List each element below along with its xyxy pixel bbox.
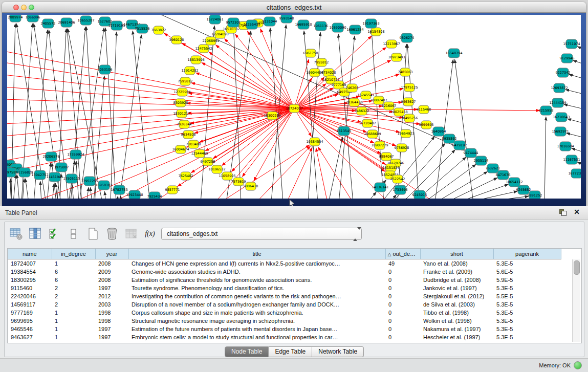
network-node[interactable]: 9593548 <box>279 15 294 23</box>
table-row[interactable]: 1938455462009Genome-wide association stu… <box>8 268 561 276</box>
close-panel-icon[interactable]: ✕ <box>574 208 580 216</box>
network-node[interactable]: 9572301 <box>226 18 241 27</box>
network-node[interactable]: 18301217 <box>173 110 190 118</box>
network-node[interactable]: 7925434 <box>147 192 162 199</box>
citation-edge-red[interactable] <box>235 34 294 108</box>
citation-edge-red[interactable] <box>7 108 294 136</box>
citation-edge-black[interactable] <box>577 47 581 51</box>
network-node[interactable]: 1733496 <box>393 185 408 194</box>
citation-edge-black[interactable] <box>457 184 509 199</box>
citation-edge-red[interactable] <box>7 99 294 108</box>
network-node[interactable]: 9756928 <box>395 144 409 152</box>
window-titlebar[interactable]: citations_edges.txt <box>2 2 586 13</box>
network-node[interactable]: 16548794 <box>445 49 462 58</box>
network-node[interactable]: 9245015 <box>412 190 427 199</box>
network-node[interactable]: 15751074 <box>563 39 580 49</box>
network-node[interactable]: 2053106 <box>98 65 113 74</box>
network-node[interactable]: 7595812 <box>178 77 193 85</box>
citation-edge-red[interactable] <box>7 108 294 112</box>
scrollbar-thumb[interactable] <box>574 260 580 275</box>
network-node[interactable]: 16961254 <box>346 25 363 34</box>
citation-edge-black[interactable] <box>26 179 29 199</box>
column-header-name[interactable]: name <box>8 249 52 259</box>
network-node[interactable]: 2935114 <box>474 156 489 165</box>
citation-edge-red[interactable] <box>256 146 311 199</box>
citation-edge-black[interactable] <box>329 137 342 199</box>
network-node[interactable]: 19654923 <box>397 129 414 138</box>
network-node[interactable]: 9806274 <box>400 33 415 42</box>
network-node[interactable]: 9129946 <box>560 54 575 63</box>
citation-edge-black[interactable] <box>390 194 397 199</box>
network-node[interactable]: 6479197 <box>452 141 467 150</box>
table-row[interactable]: 911546021997Tourette syndrome. Phenomeno… <box>8 284 561 292</box>
network-node[interactable]: 17016504 <box>557 142 574 151</box>
network-node[interactable]: 10196532 <box>208 165 225 173</box>
citation-edge-red[interactable] <box>318 147 353 199</box>
network-node[interactable]: 2405572 <box>41 19 56 28</box>
new-column-button[interactable] <box>86 227 100 240</box>
citation-edge-black[interactable] <box>339 36 355 199</box>
network-node[interactable]: 19197363 <box>362 19 379 28</box>
network-node[interactable]: 8471676 <box>496 170 511 180</box>
table-row[interactable]: 1830029562008Estimation of significance … <box>8 276 561 284</box>
network-node[interactable]: 7955812 <box>314 58 329 67</box>
table-row[interactable]: 977716911998Corpus callosum shape and si… <box>8 309 561 317</box>
network-node[interactable]: 9474444 <box>464 148 478 158</box>
network-node[interactable]: 16772357 <box>568 169 581 178</box>
network-node[interactable]: 16004674 <box>172 145 189 154</box>
network-node[interactable]: 1066096 <box>26 15 40 22</box>
citation-edge-black[interactable] <box>569 74 581 80</box>
network-node[interactable]: 12213967 <box>383 40 400 48</box>
show-columns-button[interactable] <box>29 227 42 240</box>
column-header-pagerank[interactable]: pagerank <box>493 249 561 259</box>
table-row[interactable]: 969969511998Structural magnetic resonanc… <box>8 317 561 325</box>
table-row[interactable]: 946554611997Estimation of the future num… <box>8 325 561 333</box>
network-node[interactable]: 17975125 <box>401 83 418 92</box>
citation-edge-black[interactable] <box>13 174 16 199</box>
tab-network-table[interactable]: Network Table <box>312 346 364 357</box>
network-node[interactable]: 16154808 <box>367 28 384 36</box>
network-node[interactable]: 15692971 <box>552 127 569 136</box>
citation-edge-black[interactable] <box>72 185 74 199</box>
citation-edge-black[interactable] <box>424 164 476 199</box>
citation-edge-black[interactable] <box>111 32 117 199</box>
network-node[interactable]: 12914282 <box>181 67 198 75</box>
network-node[interactable]: 8131044 <box>263 17 277 26</box>
column-header-out_degree[interactable]: △out_de… <box>385 249 420 259</box>
citation-edge-black[interactable] <box>10 179 11 199</box>
network-node[interactable]: 2889974 <box>8 15 23 22</box>
table-row[interactable]: 1456911722003Disruption of a novel membe… <box>8 300 561 309</box>
network-node[interactable]: 9891252 <box>528 191 542 199</box>
citation-edge-black[interactable] <box>117 196 118 199</box>
table-selector-dropdown[interactable]: citations_edges.txt <box>161 228 362 240</box>
citation-edge-black[interactable] <box>545 117 546 199</box>
citation-edge-black[interactable] <box>367 192 376 199</box>
delete-column-button[interactable] <box>105 227 119 240</box>
citation-edge-black[interactable] <box>67 29 82 199</box>
column-header-year[interactable]: year <box>95 249 128 259</box>
column-header-title[interactable]: title <box>128 249 385 259</box>
network-node[interactable]: 3960128 <box>169 36 184 44</box>
float-panel-icon[interactable] <box>559 209 567 216</box>
citation-edge-black[interactable] <box>565 90 581 95</box>
citation-edge-red[interactable] <box>316 148 328 199</box>
tab-node-table[interactable]: Node Table <box>225 346 269 357</box>
network-node[interactable]: 12093872 <box>551 83 568 93</box>
citation-edge-black[interactable] <box>104 191 106 199</box>
citation-edge-red[interactable] <box>7 108 294 173</box>
citation-edge-black[interactable] <box>571 148 581 154</box>
network-node[interactable]: 9857771 <box>165 186 180 194</box>
citation-edge-red[interactable] <box>7 62 294 108</box>
network-node[interactable]: 14136141 <box>372 183 388 192</box>
network-node[interactable]: 10655287 <box>77 16 94 25</box>
citation-edge-black[interactable] <box>86 27 96 199</box>
citation-edge-black[interactable] <box>577 162 581 167</box>
network-node[interactable]: 7515526 <box>135 24 150 33</box>
network-node[interactable]: 19384554 <box>306 138 323 146</box>
citation-edge-black[interactable] <box>338 34 353 199</box>
network-node[interactable]: 11167531 <box>563 155 580 164</box>
citation-edge-red[interactable] <box>182 43 294 108</box>
network-node[interactable]: 18907279 <box>371 141 388 149</box>
citation-edge-black[interactable] <box>573 60 581 65</box>
citation-edge-black[interactable] <box>52 183 54 199</box>
